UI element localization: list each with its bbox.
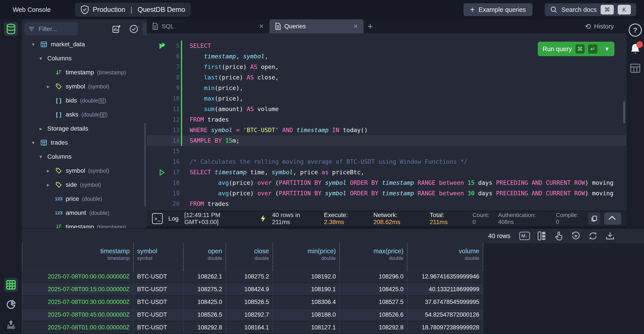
grid-view-button[interactable] <box>4 278 18 292</box>
tree-item-symbol[interactable]: ▸symbol(symbol) <box>22 164 147 178</box>
column-header-max-price-[interactable]: max(price)double <box>340 243 408 270</box>
table-row[interactable]: 2025-07-08T00:30:00.000000ZBTC-USDT10842… <box>22 296 483 308</box>
code-line-12[interactable]: 12FROM trades <box>147 114 626 125</box>
table-cell[interactable]: 18.780972389999928 <box>408 321 483 334</box>
copy-log-button[interactable] <box>588 212 600 225</box>
tree-item-market-data[interactable]: ▾market_data <box>22 37 147 51</box>
code-line-9[interactable]: 9 min(price), <box>147 83 626 93</box>
table-cell[interactable]: 108526.5 <box>226 296 273 308</box>
table-cell[interactable]: BTC-USDT <box>134 296 184 308</box>
code-line-14[interactable]: 14SAMPLE BY 15m; <box>147 135 626 146</box>
tree-item-storage-details[interactable]: ▸Storage details <box>22 122 147 136</box>
table-row[interactable]: 2025-07-08T00:00:00.000000ZBTC-USDT10826… <box>22 270 483 283</box>
tree-item-columns[interactable]: ▾Columns <box>22 150 147 164</box>
table-cell[interactable]: 54.82547872000126 <box>408 308 483 321</box>
instance-pill[interactable]: Production | QuestDB Demo <box>75 3 191 17</box>
table-row[interactable]: 2025-07-08T00:45:00.000000ZBTC-USDT10852… <box>22 308 483 321</box>
chart-view-button[interactable] <box>4 298 18 312</box>
tab-queries[interactable]: Queries ✕ <box>270 19 364 33</box>
chevron-right-icon[interactable]: ▸ <box>45 168 52 174</box>
table-cell[interactable]: 12.967416359999946 <box>408 270 483 283</box>
table-cell[interactable]: 108292.8 <box>184 321 226 334</box>
tree-item-trades[interactable]: ▾trades <box>22 136 147 150</box>
refresh-results-button[interactable] <box>588 231 598 241</box>
tree-item-price[interactable]: 123price(double) <box>22 192 147 206</box>
table-cell[interactable]: 108262.1 <box>184 270 226 283</box>
chevron-right-icon[interactable]: ▸ <box>45 182 52 188</box>
table-cell[interactable]: 2025-07-08T00:15:00.000000Z <box>22 283 134 296</box>
tree-item-bids[interactable]: []bids(double[][]) <box>22 93 147 107</box>
run-options-chevron-icon[interactable]: ▼ <box>604 46 610 52</box>
column-header-symbol[interactable]: symbolsymbol <box>134 243 184 270</box>
table-cell[interactable]: 108424.9 <box>226 283 273 296</box>
code-line-13[interactable]: 13WHERE symbol = 'BTC-USDT' AND timestam… <box>147 125 626 135</box>
table-cell[interactable]: 2025-07-08T00:00:00.000000Z <box>22 270 134 283</box>
table-cell[interactable]: 108188.0 <box>273 308 340 321</box>
table-cell[interactable]: 108127.1 <box>273 321 340 334</box>
column-header-open[interactable]: opendouble <box>184 243 226 270</box>
table-cell[interactable]: 40.1332118699999 <box>408 283 483 296</box>
tree-item-timestamp[interactable]: timestamp(timestamp) <box>22 220 147 228</box>
tree-item-timestamp[interactable]: timestamp(timestamp) <box>22 65 147 79</box>
column-layout-button[interactable] <box>537 231 547 241</box>
tree-item-amount[interactable]: 123amount(double) <box>22 206 147 220</box>
column-header-close[interactable]: closedouble <box>226 243 273 270</box>
column-header-min-price-[interactable]: min(price)double <box>273 243 340 270</box>
table-cell[interactable]: BTC-USDT <box>134 308 184 321</box>
editor-scrollbar[interactable] <box>623 101 625 123</box>
tree-item-asks[interactable]: []asks(double[][]) <box>22 107 147 122</box>
table-cell[interactable]: 108425.0 <box>184 296 226 308</box>
sql-editor[interactable]: 5SELECT6 timestamp, symbol,7 first(price… <box>147 33 626 211</box>
table-cell[interactable]: 37.67478545999995 <box>408 296 483 308</box>
table-cell[interactable]: BTC-USDT <box>134 321 184 334</box>
example-queries-button[interactable]: + Example queries <box>464 3 532 16</box>
table-cell[interactable]: 2025-07-08T00:45:00.000000Z <box>22 308 134 321</box>
code-line-10[interactable]: 10 max(price), <box>147 93 626 104</box>
search-docs-button[interactable]: Search docs ⌘ K <box>545 3 636 16</box>
code-line-17[interactable]: 17SELECT timestamp time, symbol, price a… <box>147 167 626 178</box>
chevron-down-icon[interactable]: ▾ <box>37 154 44 160</box>
pan-grid-button[interactable] <box>554 231 564 241</box>
table-cell[interactable]: 108275.2 <box>226 270 273 283</box>
code-line-15[interactable]: 15 <box>147 146 626 156</box>
tree-item-side[interactable]: ▸side(symbol) <box>22 178 147 192</box>
column-header-volume[interactable]: volumedouble <box>408 243 483 270</box>
table-cell[interactable]: 108527.5 <box>340 296 408 308</box>
tree-item-columns[interactable]: ▾Columns <box>22 51 147 65</box>
table-cell[interactable]: 108275.2 <box>184 283 226 296</box>
code-line-19[interactable]: 19 avg(price) over (PARTITION BY symbol … <box>147 188 626 199</box>
table-cell[interactable]: 2025-07-08T01:00:00.000000Z <box>22 321 134 334</box>
chevron-right-icon[interactable]: ▸ <box>37 126 44 132</box>
table-cell[interactable]: 108292.7 <box>226 308 273 321</box>
chevron-down-icon[interactable]: ▾ <box>30 140 37 146</box>
tab-sql[interactable]: SQL ✕ <box>147 19 270 33</box>
download-csv-button[interactable] <box>605 231 615 241</box>
code-line-8[interactable]: 8 last(price) AS close, <box>147 72 626 83</box>
table-cell[interactable]: 108306.4 <box>273 296 340 308</box>
help-button[interactable]: ? <box>626 24 644 37</box>
tables-panel-button[interactable] <box>4 22 18 36</box>
results-panel-button[interactable] <box>626 63 644 73</box>
table-cell[interactable]: 108292.8 <box>340 321 408 334</box>
table-row[interactable]: 2025-07-08T01:00:00.000000ZBTC-USDT10829… <box>22 321 483 334</box>
code-line-20[interactable]: 20FROM trades <box>147 199 626 209</box>
table-cell[interactable]: BTC-USDT <box>134 270 184 283</box>
chevron-down-icon[interactable]: ▾ <box>30 42 37 47</box>
tree-item-symbol[interactable]: ▸symbol(symbol) <box>22 79 147 93</box>
table-cell[interactable]: BTC-USDT <box>134 283 184 296</box>
history-button[interactable]: ⟲ History <box>585 19 614 33</box>
table-cell[interactable]: 108425.0 <box>340 283 408 296</box>
chevron-right-icon[interactable]: ▸ <box>45 84 52 90</box>
table-cell[interactable]: 108296.0 <box>340 270 408 283</box>
close-tab-icon[interactable]: ✕ <box>353 23 358 30</box>
close-tab-icon[interactable]: ✕ <box>259 23 264 30</box>
import-button[interactable] <box>4 317 18 331</box>
markdown-export-button[interactable]: M↓ <box>520 231 530 241</box>
table-cell[interactable]: 2025-07-08T00:30:00.000000Z <box>22 296 134 308</box>
run-query-button[interactable]: Run query ⌘ ↵ ▼ <box>538 42 614 56</box>
table-cell[interactable]: 108526.5 <box>184 308 226 321</box>
new-tab-button[interactable]: + <box>364 19 377 33</box>
refresh-schema-button[interactable] <box>142 22 147 36</box>
table-cell[interactable]: 108192.0 <box>273 270 340 283</box>
table-cell[interactable]: 108526.6 <box>340 308 408 321</box>
